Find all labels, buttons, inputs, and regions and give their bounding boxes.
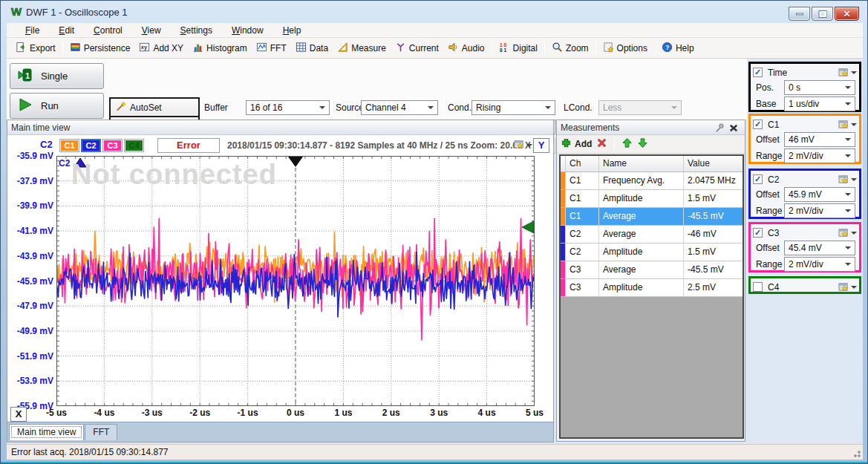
export-tool-button[interactable]: Export (11, 39, 60, 57)
menu-window[interactable]: Window (222, 24, 273, 37)
zoom-tool-button[interactable]: Zoom (547, 39, 593, 57)
measurement-row-c3-amplitude[interactable]: C3Amplitude2.5 mV (561, 279, 743, 297)
channel-color-stripe (561, 172, 566, 189)
menu-file[interactable]: File (16, 24, 49, 37)
c1-name-label: C1 (768, 120, 779, 130)
measurement-row-c1-frequency-avg[interactable]: C1Frequency Avg.2.0475 MHz (561, 172, 743, 190)
chevron-down-icon (319, 106, 325, 109)
menu-help[interactable]: Help (273, 24, 311, 37)
c3-enable-checkbox[interactable]: ✓ (753, 228, 763, 238)
c3-range-label: Range (756, 259, 782, 269)
c1-offset-select[interactable]: 46 mV (784, 132, 855, 147)
export-icon (16, 42, 27, 55)
buffer-label: Buffer (204, 100, 228, 115)
data-tool-button[interactable]: Data (291, 39, 333, 57)
source-select[interactable]: Channel 4 (361, 100, 438, 115)
measurement-row-c2-average[interactable]: C2Average-46 mV (561, 226, 743, 244)
restore-button[interactable] (812, 7, 833, 21)
y-tick-label: -35.9 mV (9, 151, 53, 161)
move-down-button[interactable] (637, 137, 648, 151)
c3-range-select[interactable]: 2 mV/div (784, 257, 855, 272)
minimize-button[interactable] (789, 7, 810, 21)
time-base-select[interactable]: 1 us/div (784, 97, 855, 111)
c2-offset-marker-label: C2 (59, 158, 71, 169)
channel-chip-c1[interactable]: C1 (59, 139, 79, 152)
autoset-button[interactable]: AutoSet (111, 99, 198, 117)
channel-chip-c3[interactable]: C3 (102, 139, 123, 152)
measurement-row-c3-average[interactable]: C3Average-45.5 mV (561, 261, 743, 279)
move-up-button[interactable] (621, 137, 633, 151)
c3-offset-select[interactable]: 45.4 mV (784, 241, 855, 255)
single-button[interactable]: 1 Single (10, 63, 104, 89)
plot-options-icon[interactable] (514, 139, 525, 153)
menu-settings[interactable]: Settings (171, 24, 222, 37)
column-header-ch[interactable]: Ch (566, 156, 599, 171)
c2-range-select[interactable]: 2 mV/div (784, 203, 855, 218)
c1-settings-icon[interactable] (838, 119, 857, 130)
c2-settings-icon[interactable] (838, 174, 857, 185)
tab-main-time-view[interactable]: Main time view (9, 424, 84, 440)
c1-enable-checkbox[interactable]: ✓ (753, 120, 763, 129)
audio-tool-button[interactable]: Audio (443, 39, 489, 57)
cond-select[interactable]: Rising (471, 100, 555, 115)
c2-range-row: Range2 mV/div (753, 203, 857, 218)
c2-enable-checkbox[interactable]: ✓ (753, 174, 763, 184)
trigger-level-marker[interactable] (522, 221, 534, 233)
histogram-icon (192, 42, 203, 55)
menu-edit[interactable]: Edit (49, 24, 84, 37)
measurements-table: ChNameValueC1Frequency Avg.2.0475 MHzC1A… (559, 154, 744, 439)
not-connected-watermark: Not connected (71, 159, 277, 191)
buffer-select[interactable]: 16 of 16 (246, 100, 330, 115)
add-xy-tool-button[interactable]: xyAdd XY (134, 39, 188, 57)
measurement-value: -46 mV (684, 226, 743, 243)
chevron-down-icon (845, 102, 851, 105)
c1-offset-value: 46 mV (789, 134, 815, 145)
c1-range-select[interactable]: 2 mV/div (784, 148, 855, 163)
channel-chip-c2[interactable]: C2 (81, 139, 101, 152)
channel-color-stripe (561, 190, 566, 207)
measurement-row-c1-average[interactable]: C1Average-45.5 mV (561, 208, 743, 226)
tab-fft[interactable]: FFT (85, 424, 117, 440)
chevron-down-icon (845, 193, 851, 196)
help-tool-button[interactable]: ?Help (657, 39, 699, 57)
digital-tool-button[interactable]: 1 00 1Digital (495, 39, 542, 57)
y-axis-channel-label[interactable]: C2 (40, 139, 53, 150)
options-tool-button[interactable]: Options (598, 39, 652, 57)
histogram-tool-button[interactable]: Histogram (188, 39, 252, 57)
close-button[interactable]: ✕ (835, 7, 859, 21)
c3-settings-icon[interactable] (838, 227, 857, 238)
persistence-tool-button[interactable]: Persistence (65, 39, 135, 57)
plot-options-caret-icon[interactable] (526, 144, 532, 147)
x-axis-button[interactable]: X (10, 407, 27, 422)
oscilloscope-plot[interactable]: C2 (56, 156, 535, 406)
time-enable-checkbox[interactable]: ✓ (753, 68, 763, 77)
fft-tool-button[interactable]: FFT (252, 39, 291, 57)
trigger-position-marker[interactable] (288, 157, 303, 167)
acquisition-info: 2018/01/15 09:30:14.877 - 8192 Samples a… (227, 140, 531, 151)
help-icon: ? (662, 42, 673, 55)
c2-offset-select[interactable]: 45.9 mV (784, 187, 855, 202)
delete-measurement-button[interactable] (596, 137, 607, 151)
c4-settings-icon[interactable] (838, 281, 857, 293)
zoom-icon (552, 42, 563, 55)
y-axis-button[interactable]: Y (533, 138, 549, 153)
menu-control[interactable]: Control (84, 24, 132, 37)
time-pos-select[interactable]: 0 s (784, 80, 855, 95)
add-measurement-button[interactable]: Add (561, 137, 592, 151)
measure-tool-button[interactable]: Measure (333, 39, 391, 57)
measurement-row-c1-amplitude[interactable]: C1Amplitude1.5 mV (561, 190, 743, 208)
column-header-name[interactable]: Name (599, 156, 684, 171)
measure-icon (337, 42, 348, 55)
c4-enable-checkbox[interactable] (753, 282, 763, 292)
menu-view[interactable]: View (132, 24, 171, 37)
column-header-value[interactable]: Value (684, 156, 743, 171)
time-settings-icon[interactable] (838, 67, 857, 78)
resize-grip[interactable] (852, 448, 861, 457)
measurement-row-c2-amplitude[interactable]: C2Amplitude1.5 mV (561, 244, 743, 261)
options-icon (603, 42, 614, 55)
channel-group-c4: C4 (748, 276, 861, 294)
current-tool-button[interactable]: Current (391, 39, 443, 57)
run-button[interactable]: Run (10, 93, 104, 119)
time-pos-label: Pos. (756, 82, 774, 93)
channel-chip-c4[interactable]: C4 (124, 139, 144, 152)
